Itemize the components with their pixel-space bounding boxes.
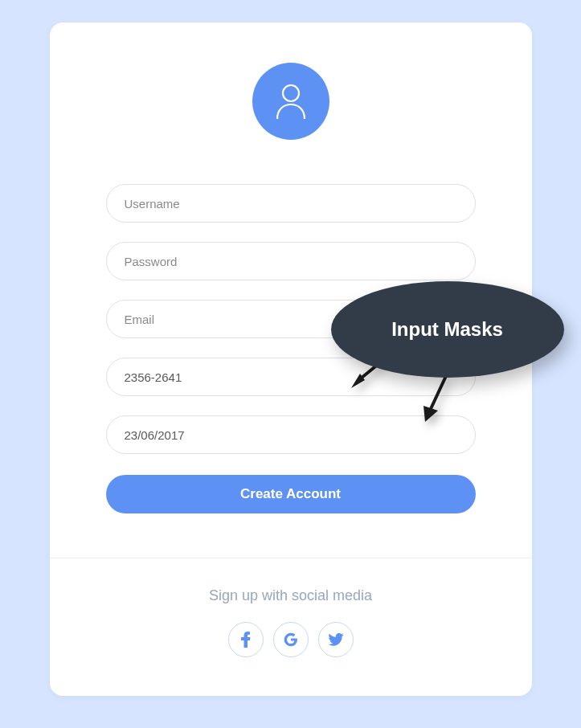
user-icon (274, 82, 308, 121)
callout-bubble: Input Masks (331, 281, 564, 378)
create-account-button[interactable]: Create Account (106, 475, 476, 513)
password-input[interactable] (106, 242, 476, 280)
social-section: Sign up with social media (50, 558, 532, 696)
arrow-icon (415, 372, 456, 428)
google-icon (283, 632, 299, 648)
username-input[interactable] (106, 184, 476, 223)
facebook-button[interactable] (228, 622, 264, 657)
facebook-icon (241, 632, 251, 648)
social-text: Sign up with social media (50, 587, 532, 604)
svg-point-0 (283, 85, 299, 101)
twitter-icon (328, 633, 344, 646)
callout-label: Input Masks (391, 318, 503, 341)
social-icons-row (50, 622, 532, 657)
signup-card: Create Account Sign up with social media (50, 22, 532, 696)
google-button[interactable] (273, 622, 309, 657)
twitter-button[interactable] (318, 622, 354, 657)
avatar-circle (252, 63, 329, 140)
